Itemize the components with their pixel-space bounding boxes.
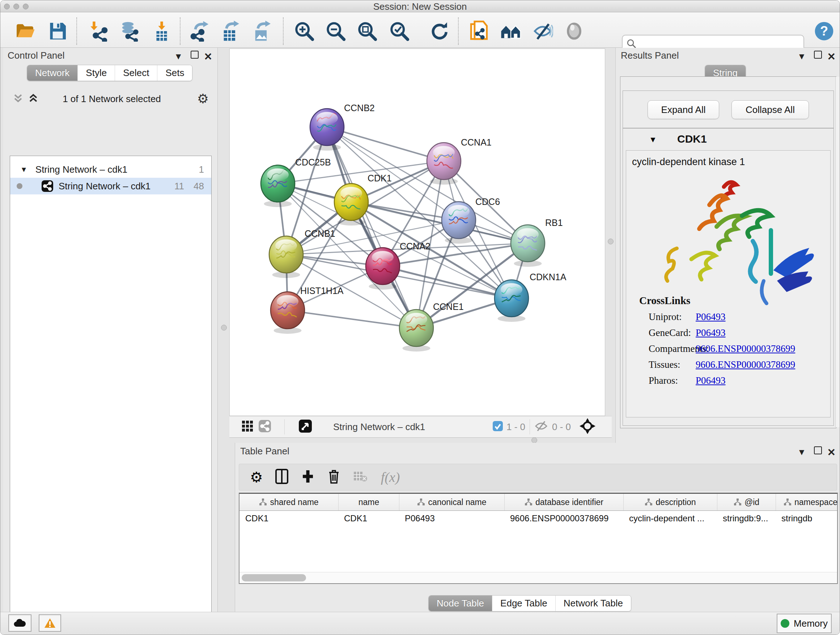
network-node-HIST1H1A[interactable]	[271, 292, 305, 334]
network-options-gear-icon[interactable]: ⚙	[197, 91, 209, 106]
import-table-file-button[interactable]	[151, 21, 172, 42]
birdseye-view-button[interactable]	[298, 419, 312, 434]
network-edge-CCNB2-CCNA1[interactable]	[327, 127, 444, 161]
table-hscrollbar-thumb[interactable]	[242, 574, 306, 581]
column-header-name[interactable]: name	[338, 494, 399, 510]
table-settings-gear-icon[interactable]: ⚙	[250, 469, 263, 486]
export-image-button[interactable]	[252, 21, 273, 42]
network-edge-CDK1-RB1[interactable]	[351, 202, 528, 243]
column-header-description[interactable]: description	[623, 494, 717, 510]
table-panel-close-icon[interactable]: ✕	[827, 447, 836, 458]
save-session-button[interactable]	[47, 21, 68, 42]
table-cell[interactable]: 9606.ENSP00000378699	[504, 510, 623, 526]
network-node-CCNB2[interactable]	[310, 109, 344, 150]
network-row-selected[interactable]: String Network – cdk1 11 48	[10, 178, 211, 195]
network-view-canvas[interactable]: CCNB2CCNA1CDC25BCDK1CDC6RB1CCNB1CCNA2CDK…	[229, 49, 605, 416]
results-scrollbar[interactable]	[835, 77, 840, 427]
collection-expander-icon[interactable]: ▼	[20, 165, 27, 174]
collapse-all-button[interactable]: Collapse All	[731, 100, 809, 119]
network-node-CCNA2[interactable]	[366, 248, 400, 290]
zoom-selected-button[interactable]	[389, 21, 410, 42]
open-session-button[interactable]	[14, 21, 35, 42]
gene-section-expander-icon[interactable]: ▼	[649, 135, 657, 144]
results-panel-close-icon[interactable]: ✕	[827, 51, 836, 63]
column-header-database-identifier[interactable]: database identifier	[504, 494, 623, 510]
network-node-CDKN1A[interactable]	[494, 280, 529, 322]
column-header-canonical-name[interactable]: canonical name	[399, 494, 504, 510]
table-cell[interactable]: cyclin-dependent ...	[623, 510, 717, 526]
warnings-button[interactable]	[39, 614, 61, 632]
copy-share-button[interactable]	[469, 21, 489, 42]
toolbar-separator	[530, 419, 530, 434]
network-node-RB1[interactable]	[511, 225, 545, 267]
zoom-in-button[interactable]	[294, 21, 315, 42]
crosslink-link-4[interactable]: P06493	[696, 375, 726, 386]
delete-table-button[interactable]	[353, 470, 368, 484]
tab-style[interactable]: Style	[77, 65, 115, 81]
table-panel-float-button[interactable]	[814, 447, 822, 456]
left-splitter-handle[interactable]	[221, 325, 227, 331]
network-node-CCNA1[interactable]	[427, 143, 461, 185]
right-splitter-handle[interactable]	[608, 239, 614, 244]
export-table-button[interactable]	[220, 21, 241, 42]
hidden-elements-button[interactable]	[535, 421, 548, 433]
export-network-button[interactable]	[189, 21, 210, 42]
collapse-all-icon[interactable]	[13, 93, 24, 103]
expand-all-button[interactable]: Expand All	[647, 100, 719, 119]
network-badge-button[interactable]	[258, 420, 271, 434]
grid-view-button[interactable]	[241, 420, 254, 434]
eye-button[interactable]	[564, 21, 584, 42]
add-column-button[interactable]	[302, 469, 314, 486]
network-node-CDK1[interactable]	[334, 184, 368, 226]
bottom-splitter-handle[interactable]	[531, 437, 537, 443]
help-button[interactable]: ?	[813, 21, 835, 42]
column-header-shared-name[interactable]: shared name	[240, 494, 338, 510]
tab-network[interactable]: Network	[27, 65, 77, 81]
function-builder-button[interactable]: f(x)	[381, 469, 400, 485]
column-header-namespace[interactable]: namespace	[775, 494, 840, 510]
network-collection-row[interactable]: ▼ String Network – cdk1 1	[10, 161, 211, 178]
import-network-database-button[interactable]	[118, 21, 139, 42]
import-network-file-button[interactable]	[88, 21, 109, 42]
network-node-CDC25B[interactable]	[261, 165, 295, 207]
network-edge-CCNB2-CCNE1[interactable]	[327, 127, 416, 328]
tab-node-table[interactable]: Node Table	[429, 595, 492, 611]
zoom-fit-button[interactable]	[357, 21, 378, 42]
tab-network-table[interactable]: Network Table	[555, 595, 631, 611]
crosslink-link-3[interactable]: 9606.ENSP00000378699	[696, 359, 795, 371]
crosslink-link-0[interactable]: P06493	[696, 311, 726, 323]
control-panel-close-icon[interactable]: ✕	[204, 51, 212, 63]
hide-glasses-button[interactable]	[532, 21, 553, 42]
table-cell[interactable]: CDK1	[240, 510, 338, 526]
results-panel-collapse-icon[interactable]: ▼	[797, 51, 806, 62]
memory-button[interactable]: Memory	[777, 614, 832, 633]
table-cell[interactable]: stringdb	[775, 510, 840, 526]
control-panel-collapse-icon[interactable]: ▼	[174, 51, 183, 62]
column-header--id[interactable]: @id	[717, 494, 775, 510]
control-panel-float-button[interactable]	[191, 51, 199, 61]
delete-column-button[interactable]	[328, 469, 340, 486]
results-panel-float-button[interactable]	[814, 51, 822, 61]
toolbar-separator	[76, 17, 77, 45]
crosslink-link-2[interactable]: 9606.ENSP00000378699	[696, 343, 795, 355]
tab-select[interactable]: Select	[115, 65, 157, 81]
table-panel-collapse-icon[interactable]: ▼	[797, 447, 806, 457]
network-edge-HIST1H1A-CCNE1[interactable]	[287, 310, 416, 328]
table-cell[interactable]: stringdb:9...	[717, 510, 775, 526]
zoom-out-button[interactable]	[325, 21, 346, 42]
tab-edge-table[interactable]: Edge Table	[492, 595, 555, 611]
table-cell[interactable]: CDK1	[338, 510, 399, 526]
network-node-CCNE1[interactable]	[399, 310, 433, 352]
eye-slash-icon	[532, 21, 553, 42]
home-button[interactable]	[500, 21, 521, 42]
crosslink-link-1[interactable]: P06493	[696, 327, 726, 339]
fit-selection-target-button[interactable]	[579, 418, 596, 436]
cloud-status-button[interactable]	[8, 614, 32, 632]
table-cell[interactable]: P06493	[399, 510, 504, 526]
show-columns-button[interactable]	[275, 469, 288, 486]
selected-nodes-checkbox[interactable]	[493, 421, 503, 433]
network-node-CCNB1[interactable]	[269, 236, 303, 278]
expand-all-icon[interactable]	[28, 93, 39, 103]
refresh-button[interactable]	[429, 21, 450, 42]
tab-sets[interactable]: Sets	[157, 65, 192, 81]
